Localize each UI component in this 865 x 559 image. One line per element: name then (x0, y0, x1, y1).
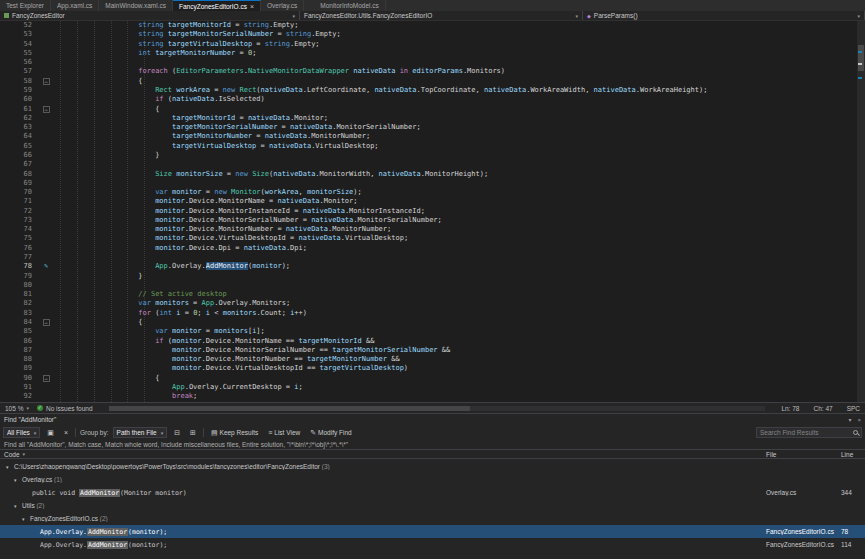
code-line-57[interactable]: 57 foreach (EditorParameters.NativeMonit… (0, 67, 865, 76)
code-line-68[interactable]: 68 Size monitorSize = new Size(nativeDat… (0, 170, 865, 179)
code-line-86[interactable]: 86 if (monitor.Device.MonitorName == tar… (0, 337, 865, 346)
line-number: 54 (0, 40, 38, 49)
collapse-all-button[interactable]: ⊟ (171, 427, 183, 438)
find-group-row[interactable]: ▾Utils (2) (0, 499, 865, 512)
fold-marker[interactable]: − (43, 375, 50, 382)
code-line-84[interactable]: 84− { (0, 318, 865, 327)
code-line-52[interactable]: 52 string targetMonitorId = string.Empty… (0, 21, 865, 30)
list-view-toggle[interactable]: ≡ List View (265, 427, 303, 438)
group-by-dropdown[interactable]: Path then File ▾ (113, 427, 168, 438)
code-line-88[interactable]: 88 monitor.Device.MonitorNumber == targe… (0, 355, 865, 364)
keep-results-toggle[interactable]: ▤ Keep Results (208, 427, 261, 438)
code-line-73[interactable]: 73 monitor.Device.MonitorSerialNumber = … (0, 216, 865, 225)
horizontal-scrollbar-thumb[interactable] (109, 406, 470, 411)
close-icon[interactable]: × (250, 3, 254, 10)
fold-marker[interactable]: − (43, 106, 50, 113)
code-line-65[interactable]: 65 targetVirtualDesktop = nativeData.Vir… (0, 142, 865, 151)
code-line-69[interactable]: 69 (0, 179, 865, 188)
find-group-row[interactable]: ▾C:\Users\zhaopengwang\Desktop\powertoys… (0, 460, 865, 473)
tab-monitorinfomodel-cs[interactable]: MonitorInfoModel.cs (314, 0, 386, 11)
expander-caret-icon[interactable]: ▾ (14, 503, 22, 509)
code-line-76[interactable]: 76 monitor.Device.Dpi = nativeData.Dpi; (0, 244, 865, 253)
code-line-79[interactable]: 79 } (0, 272, 865, 281)
code-line-56[interactable]: 56 (0, 58, 865, 67)
code-line-71[interactable]: 71 monitor.Device.MonitorName = nativeDa… (0, 197, 865, 206)
code-line-60[interactable]: 60 if (nativeData.IsSelected) (0, 95, 865, 104)
code-line-85[interactable]: 85 var monitor = monitors[i]; (0, 327, 865, 336)
find-result-row[interactable]: App.Overlay.AddMonitor(monitor);FancyZon… (0, 538, 865, 551)
expander-caret-icon[interactable]: ▾ (6, 464, 14, 470)
code-line-54[interactable]: 54 string targetVirtualDesktop = string.… (0, 40, 865, 49)
tab-overlay-cs[interactable]: Overlay.cs (261, 0, 304, 11)
line-number: 63 (0, 123, 38, 132)
column-file[interactable]: File (766, 451, 841, 458)
code-line-72[interactable]: 72 monitor.Device.MonitorInstanceId = na… (0, 207, 865, 216)
code-line-80[interactable]: 80 (0, 281, 865, 290)
code-line-82[interactable]: 82 var monitors = App.Overlay.Monitors; (0, 299, 865, 308)
code-editor[interactable]: 52 string targetMonitorId = string.Empty… (0, 21, 865, 402)
project-icon (4, 13, 9, 18)
code-line-92[interactable]: 92 break; (0, 392, 865, 401)
code-line-78[interactable]: 78✎ App.Overlay.AddMonitor(monitor); (0, 262, 865, 271)
line-number: 84 (0, 318, 38, 327)
expander-caret-icon[interactable]: ▾ (14, 477, 22, 483)
fold-marker[interactable]: − (43, 319, 50, 326)
line-number: 57 (0, 67, 38, 76)
fold-marker[interactable]: − (43, 78, 50, 85)
chevron-down-icon[interactable]: ▾ (857, 13, 860, 19)
scrollbar-thumb[interactable] (858, 45, 864, 71)
window-menu-icon[interactable]: ▾ (848, 416, 851, 423)
code-line-58[interactable]: 58− { (0, 77, 865, 86)
search-results-box[interactable] (756, 427, 862, 438)
document-health[interactable]: ✓ No issues found (37, 405, 93, 412)
code-line-70[interactable]: 70 var monitor = new Monitor(workArea, m… (0, 188, 865, 197)
find-panel-header[interactable]: Find "AddMonitor" ▾ × (0, 414, 865, 425)
code-line-53[interactable]: 53 string targetMonitorSerialNumber = st… (0, 30, 865, 39)
code-line-77[interactable]: 77 (0, 253, 865, 262)
modify-find-button[interactable]: ✎ Modify Find (307, 427, 354, 438)
horizontal-scrollbar[interactable] (109, 406, 766, 411)
code-line-59[interactable]: 59 Rect workArea = new Rect(nativeData.L… (0, 86, 865, 95)
code-line-74[interactable]: 74 monitor.Device.MonitorNumber = native… (0, 225, 865, 234)
expand-all-button[interactable]: ⊞ (187, 427, 199, 438)
tab-fancyzoneseditorio-cs[interactable]: FancyZonesEditorIO.cs× (173, 0, 261, 11)
code-line-87[interactable]: 87 monitor.Device.MonitorSerialNumber ==… (0, 346, 865, 355)
find-result-row[interactable]: App.Overlay.AddMonitor(monitor);FancyZon… (0, 525, 865, 538)
code-line-55[interactable]: 55 int targetMonitorNumber = 0; (0, 49, 865, 58)
code-line-91[interactable]: 91 App.Overlay.CurrentDesktop = i; (0, 383, 865, 392)
code-line-67[interactable]: 67 (0, 160, 865, 169)
tab-mainwindow-xaml-cs[interactable]: MainWindow.xaml.cs (99, 0, 173, 11)
find-group-row[interactable]: ▾Overlay.cs (1) (0, 473, 865, 486)
find-panel-title: Find "AddMonitor" (4, 416, 56, 423)
indent-mode-indicator[interactable]: SPC (847, 405, 860, 412)
code-line-66[interactable]: 66 } (0, 151, 865, 160)
code-line-89[interactable]: 89 monitor.Device.VirtualDesktopId == ta… (0, 364, 865, 373)
project-dropdown[interactable]: FancyZonesEditor ▾ (0, 11, 300, 20)
code-line-64[interactable]: 64 targetMonitorNumber = nativeData.Moni… (0, 132, 865, 141)
tab-app-xaml-cs[interactable]: App.xaml.cs (51, 0, 99, 11)
code-line-62[interactable]: 62 targetMonitorId = nativeData.Monitor; (0, 114, 865, 123)
scope-dropdown[interactable]: All Files ▾ (3, 427, 40, 438)
find-group-row[interactable]: ▾FancyZonesEditorIO.cs (2) (0, 512, 865, 525)
find-result-row[interactable]: public void AddMonitor(Monitor monitor)O… (0, 486, 865, 499)
column-line[interactable]: Line (841, 451, 861, 458)
tab-test-explorer[interactable]: Test Explorer (0, 0, 51, 11)
code-line-61[interactable]: 61− { (0, 105, 865, 114)
search-results-input[interactable] (760, 429, 850, 436)
code-line-63[interactable]: 63 targetMonitorSerialNumber = nativeDat… (0, 123, 865, 132)
close-icon[interactable]: × (857, 417, 861, 423)
chevron-down-icon[interactable]: ▾ (292, 13, 295, 19)
member-dropdown[interactable]: ◆ ParseParams() ▾ (583, 11, 865, 20)
clear-results-button[interactable]: × (61, 427, 71, 438)
vertical-scrollbar[interactable] (857, 21, 865, 402)
type-dropdown[interactable]: FancyZonesEditor.Utils.FancyZonesEditorI… (300, 11, 583, 20)
expander-caret-icon[interactable]: ▾ (22, 516, 30, 522)
copy-button[interactable]: ▣ (44, 427, 57, 438)
code-line-75[interactable]: 75 monitor.Device.VirtualDesktopId = nat… (0, 234, 865, 243)
chevron-down-icon[interactable]: ▾ (575, 13, 578, 19)
zoom-control[interactable]: 105 % ▾ (5, 405, 29, 412)
code-line-83[interactable]: 83 for (int i = 0; i < monitors.Count; i… (0, 309, 865, 318)
column-code[interactable]: Code (4, 451, 20, 458)
code-line-81[interactable]: 81 // Set active desktop (0, 290, 865, 299)
code-line-90[interactable]: 90− { (0, 374, 865, 383)
